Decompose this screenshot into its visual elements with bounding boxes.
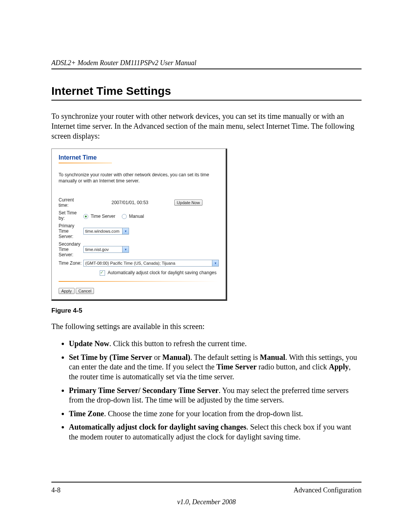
figure-caption: Figure 4-5 bbox=[51, 307, 362, 315]
panel-footer-separator bbox=[59, 281, 218, 282]
bold-text: Primary Time Server/ Secondary Time Serv… bbox=[69, 386, 218, 395]
bold-text: Manual) bbox=[162, 353, 190, 361]
text: radio button, and click bbox=[256, 363, 329, 371]
chevron-down-icon[interactable]: ▾ bbox=[122, 228, 129, 234]
radio-time-server[interactable] bbox=[83, 214, 88, 219]
dst-checkbox[interactable] bbox=[100, 270, 105, 276]
primary-server-select[interactable]: time.windows.com ▾ bbox=[83, 228, 129, 235]
settings-intro: The following settings are available in … bbox=[51, 321, 362, 331]
bold-text: Automatically adjust clock for daylight … bbox=[69, 423, 246, 431]
primary-server-label: Primary Time Server: bbox=[59, 222, 83, 240]
panel-intro-text: To synchronize your router with other ne… bbox=[59, 172, 218, 184]
footer-rule bbox=[51, 482, 362, 482]
header-rule bbox=[51, 69, 362, 69]
section-name: Advanced Configuration bbox=[294, 486, 362, 494]
set-time-by-row: Set Time by: Time Server Manual bbox=[59, 209, 220, 222]
timezone-select[interactable]: (GMT-08:00) Pacific Time (US, Canada); T… bbox=[83, 260, 219, 267]
section-heading-rule bbox=[51, 100, 362, 101]
settings-list: Update Now. Click this button to refresh… bbox=[51, 339, 362, 442]
timezone-label: Time Zone: bbox=[59, 259, 83, 268]
current-time-row: Current time: 2007/01/01, 00:53 Update N… bbox=[59, 196, 220, 209]
panel-title: Internet Time bbox=[59, 154, 220, 161]
timezone-value: (GMT-08:00) Pacific Time (US, Canada); T… bbox=[85, 261, 175, 265]
bold-text: Set Time by (Time Server bbox=[69, 353, 152, 361]
current-time-label: Current time: bbox=[59, 196, 83, 209]
bold-text: Time Server bbox=[217, 363, 257, 371]
radio-manual-label: Manual bbox=[129, 214, 144, 219]
update-now-button[interactable]: Update Now bbox=[174, 200, 203, 206]
running-header: ADSL2+ Modem Router DM111PSPv2 User Manu… bbox=[51, 59, 362, 67]
section-heading: Internet Time Settings bbox=[51, 85, 362, 97]
version-line: v1.0, December 2008 bbox=[51, 498, 362, 506]
secondary-server-value: time.nist.gov bbox=[85, 247, 109, 252]
page-number: 4-8 bbox=[51, 486, 61, 494]
list-item: Update Now. Click this button to refresh… bbox=[69, 339, 362, 349]
list-item: Time Zone. Choose the time zone for your… bbox=[69, 409, 362, 419]
apply-button[interactable]: Apply bbox=[59, 288, 75, 294]
primary-server-row: Primary Time Server: time.windows.com ▾ bbox=[59, 222, 220, 240]
bold-text: Apply bbox=[329, 363, 349, 371]
panel-title-underline bbox=[59, 163, 112, 163]
list-item: Primary Time Server/ Secondary Time Serv… bbox=[69, 386, 362, 405]
secondary-server-row: Secondary Time Server: time.nist.gov ▾ bbox=[59, 240, 220, 259]
settings-table: Current time: 2007/01/01, 00:53 Update N… bbox=[59, 196, 220, 268]
text: . Choose the time zone for your location… bbox=[104, 409, 303, 418]
timezone-row: Time Zone: (GMT-08:00) Pacific Time (US,… bbox=[59, 259, 220, 268]
bold-text: Manual bbox=[260, 353, 285, 361]
current-time-value: 2007/01/01, 00:53 bbox=[112, 196, 167, 209]
bold-text: Time Zone bbox=[69, 409, 104, 418]
cancel-button[interactable]: Cancel bbox=[76, 288, 94, 294]
text: or bbox=[152, 353, 162, 361]
manual-page: ADSL2+ Modem Router DM111PSPv2 User Manu… bbox=[0, 0, 411, 532]
primary-server-value: time.windows.com bbox=[85, 229, 119, 233]
radio-manual[interactable] bbox=[122, 214, 127, 219]
list-item: Automatically adjust clock for daylight … bbox=[69, 422, 362, 442]
secondary-server-select[interactable]: time.nist.gov ▾ bbox=[83, 246, 129, 253]
screenshot-panel: Internet Time To synchronize your router… bbox=[51, 149, 227, 301]
text: . Click this button to refresh the curre… bbox=[109, 339, 247, 348]
secondary-server-label: Secondary Time Server: bbox=[59, 240, 83, 259]
chevron-down-icon[interactable]: ▾ bbox=[122, 246, 129, 252]
radio-time-server-label: Time Server bbox=[91, 214, 115, 219]
chevron-down-icon[interactable]: ▾ bbox=[212, 260, 218, 266]
dst-row: Automatically adjust clock for daylight … bbox=[59, 268, 218, 280]
set-time-by-label: Set Time by: bbox=[59, 209, 83, 222]
intro-paragraph: To synchronize your router with other ne… bbox=[51, 111, 362, 141]
list-item: Set Time by (Time Server or Manual). The… bbox=[69, 353, 362, 382]
page-footer: 4-8 Advanced Configuration v1.0, Decembe… bbox=[51, 482, 362, 506]
dst-checkbox-label: Automatically adjust clock for daylight … bbox=[108, 270, 217, 275]
bold-text: Update Now bbox=[69, 339, 109, 348]
text: . The default setting is bbox=[190, 353, 260, 361]
